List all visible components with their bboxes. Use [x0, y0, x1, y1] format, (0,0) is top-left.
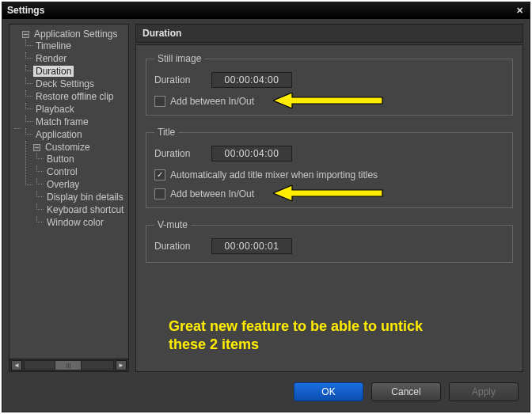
tree-item-duration[interactable]: Duration: [33, 66, 74, 77]
tree-expander-app[interactable]: –: [22, 31, 29, 38]
tree-item-customize[interactable]: Customize: [43, 142, 93, 153]
checkbox-icon: [154, 188, 165, 199]
title-duration-label: Duration: [154, 148, 202, 159]
window-title: Settings: [7, 5, 44, 16]
still-duration-value[interactable]: 00:00:04:00: [211, 72, 292, 88]
title-add-between-checkbox[interactable]: Add between In/Out: [154, 188, 504, 199]
tree-item-render[interactable]: Render: [33, 53, 69, 64]
svg-marker-0: [273, 93, 382, 108]
panel-body: Still image Duration 00:00:04:00 Add bet…: [135, 44, 523, 372]
dialog-body: –Application Settings Timeline Render Du…: [2, 19, 530, 412]
group-still-image: Still image Duration 00:00:04:00 Add bet…: [146, 53, 513, 116]
close-button[interactable]: ✕: [512, 5, 526, 16]
tree-item-control[interactable]: Control: [44, 166, 80, 177]
nav-tree[interactable]: –Application Settings Timeline Render Du…: [10, 25, 128, 359]
cancel-button[interactable]: Cancel: [371, 382, 441, 401]
scroll-left-arrow-icon[interactable]: ◄: [11, 360, 22, 370]
close-icon: ✕: [516, 6, 523, 16]
scroll-track[interactable]: [24, 360, 114, 370]
main-row: –Application Settings Timeline Render Du…: [9, 24, 523, 372]
tree-item-keyboard[interactable]: Keyboard shortcut: [44, 204, 126, 215]
tree-h-scrollbar[interactable]: ◄ ►: [10, 359, 128, 371]
apply-button[interactable]: Apply: [449, 382, 519, 401]
tree-item-overlay[interactable]: Overlay: [44, 179, 82, 190]
annotation-arrow-2: [273, 185, 384, 201]
settings-window: Settings ✕ –Application Settings Timelin…: [2, 2, 530, 412]
scroll-thumb[interactable]: [55, 360, 82, 370]
title-add-between-label: Add between In/Out: [170, 188, 254, 199]
tree-item-playback[interactable]: Playback: [33, 104, 77, 115]
group-title: Title Duration 00:00:04:00 ✓ Automatical…: [146, 127, 513, 208]
tree-expander-customize[interactable]: –: [33, 144, 40, 151]
tree-item-application[interactable]: Application: [33, 129, 85, 140]
tree-item-timeline[interactable]: Timeline: [33, 40, 74, 51]
vmute-duration-value[interactable]: 00:00:00:01: [211, 238, 292, 254]
group-vmute: V-mute Duration 00:00:00:01: [146, 219, 513, 263]
scroll-right-arrow-icon[interactable]: ►: [116, 360, 127, 370]
tree-item-button[interactable]: Button: [44, 154, 77, 165]
checkbox-icon: [154, 96, 165, 107]
ok-button[interactable]: OK: [294, 382, 363, 401]
title-auto-add-checkbox[interactable]: ✓ Automatically add title mixer when imp…: [154, 169, 504, 180]
titlebar: Settings ✕: [2, 2, 530, 19]
legend-vmute: V-mute: [154, 219, 191, 230]
checkbox-icon-checked: ✓: [154, 169, 165, 180]
still-duration-label: Duration: [154, 74, 202, 85]
nav-tree-panel: –Application Settings Timeline Render Du…: [9, 24, 129, 372]
annotation-arrow-1: [273, 93, 384, 108]
still-add-between-checkbox[interactable]: Add between In/Out: [154, 96, 504, 107]
tree-item-match-frame[interactable]: Match frame: [33, 116, 91, 127]
title-auto-add-label: Automatically add title mixer when impor…: [170, 169, 378, 180]
panel-title: Duration: [135, 24, 523, 43]
legend-still-image: Still image: [154, 53, 204, 64]
content-panel: Duration Still image Duration 00:00:04:0…: [135, 24, 523, 372]
button-bar: OK Cancel Apply: [9, 372, 523, 405]
tree-item-window-color[interactable]: Window color: [44, 217, 106, 228]
vmute-duration-label: Duration: [154, 241, 202, 252]
svg-marker-1: [273, 185, 382, 201]
tree-item-deck-settings[interactable]: Deck Settings: [33, 78, 97, 89]
tree-item-application-settings[interactable]: Application Settings: [32, 28, 120, 40]
tree-item-restore-offline[interactable]: Restore offline clip: [33, 91, 116, 102]
tree-item-display-bin[interactable]: Display bin details: [44, 192, 126, 203]
title-duration-value[interactable]: 00:00:04:00: [211, 146, 292, 161]
still-add-between-label: Add between In/Out: [170, 96, 254, 107]
legend-title: Title: [154, 127, 178, 138]
